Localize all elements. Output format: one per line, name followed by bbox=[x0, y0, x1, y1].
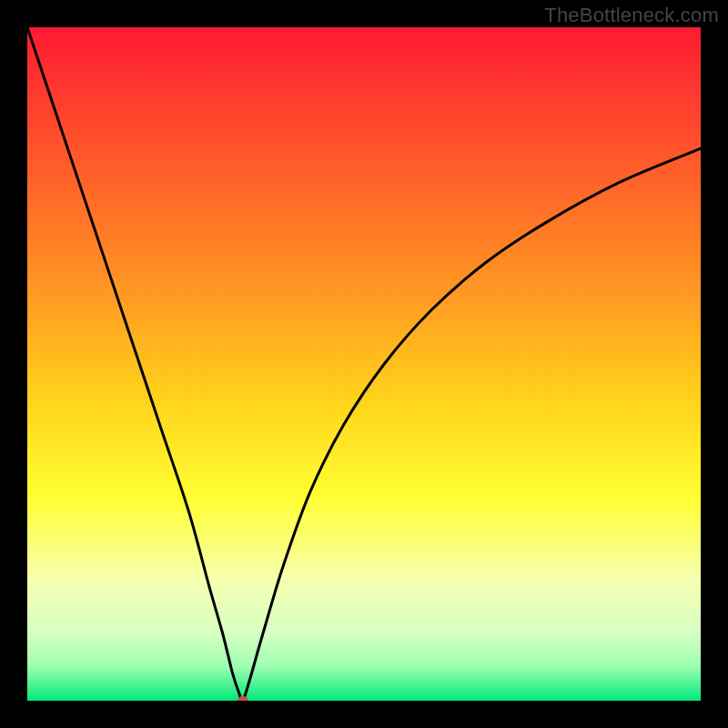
chart-frame: TheBottleneck.com bbox=[0, 0, 728, 728]
chart-plot-area bbox=[27, 27, 701, 701]
chart-background bbox=[27, 27, 701, 701]
watermark-text: TheBottleneck.com bbox=[544, 4, 719, 27]
chart-svg bbox=[27, 27, 701, 701]
